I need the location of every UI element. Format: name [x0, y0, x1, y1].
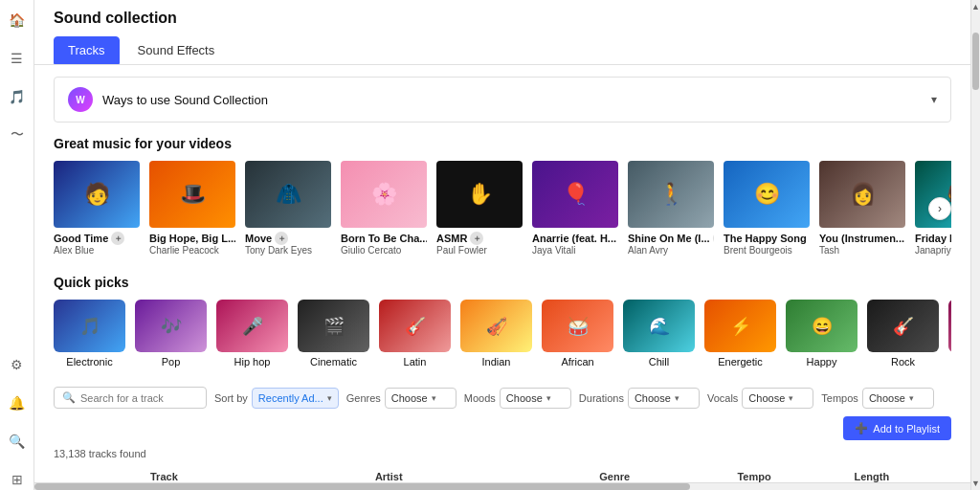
sidebar-settings-icon[interactable]: ⚙: [7, 354, 28, 375]
quick-pick-thumb: 🎬: [298, 300, 369, 352]
featured-track-thumb: 🧥: [245, 161, 331, 228]
featured-track-card[interactable]: 🎩 Big Hope, Big L... ＋ Charlie Peacock: [149, 161, 235, 256]
quick-pick-label: Indian: [460, 356, 532, 368]
quick-pick-thumb: 🎵: [948, 300, 951, 352]
vocals-select[interactable]: Choose ▾: [742, 388, 813, 409]
featured-track-name: Born To Be Cha... ＋: [341, 232, 427, 245]
moods-chevron: ▾: [546, 393, 551, 403]
quick-pick-label: Latin: [379, 356, 451, 368]
ways-banner[interactable]: W Ways to use Sound Collection ▾: [54, 77, 951, 122]
featured-track-thumb: ✋: [436, 161, 523, 228]
add-track-icon[interactable]: ＋: [470, 232, 483, 245]
moods-filter: Moods Choose ▾: [464, 388, 571, 409]
search-input[interactable]: [80, 392, 198, 404]
tempos-select[interactable]: Choose ▾: [862, 388, 934, 409]
th-track: Track: [143, 467, 368, 482]
featured-track-artist: Tony Dark Eyes: [245, 245, 331, 256]
featured-track-image: 🧥: [245, 161, 331, 228]
featured-section-title: Great music for your videos: [54, 136, 951, 151]
featured-track-name: Good Time ＋: [54, 232, 140, 245]
th-checkbox: [54, 467, 143, 482]
featured-track-name: Move ＋: [245, 232, 331, 245]
featured-track-card[interactable]: 😊 The Happy Song ＋ Brent Bourgeois: [724, 161, 810, 256]
search-icon: 🔍: [62, 391, 76, 404]
track-table: Track Artist Genre Tempo Length ⬇ ▶ i Sa…: [54, 467, 951, 482]
featured-track-artist: Alex Blue: [54, 245, 140, 256]
page-title: Sound collection: [54, 10, 951, 27]
sidebar-search-icon[interactable]: 🔍: [7, 431, 28, 452]
featured-track-card[interactable]: 🧥 Move ＋ Tony Dark Eyes: [245, 161, 331, 256]
quick-pick-label: Chill: [623, 356, 695, 368]
sidebar-home-icon[interactable]: 🏠: [7, 10, 28, 31]
scroll-down-arrow[interactable]: ▼: [971, 477, 980, 490]
featured-track-thumb: 🌸: [341, 161, 427, 228]
quick-pick-card[interactable]: ⚡ Energetic: [704, 300, 776, 368]
featured-track-artist: Alan Avry: [628, 245, 714, 256]
sidebar-music-icon[interactable]: 🎵: [7, 86, 28, 107]
quick-pick-card[interactable]: 🎵 R&B and Soul: [948, 300, 951, 368]
featured-track-image: 👩: [819, 161, 905, 228]
scrollbar-thumb: [34, 483, 690, 490]
quick-pick-label: Hip hop: [216, 356, 288, 368]
quick-picks-list: 🎵 Electronic 🎶 Pop 🎤 Hip hop 🎬 Cinematic…: [54, 300, 951, 368]
tempos-chevron: ▾: [909, 393, 914, 403]
featured-next-button[interactable]: ›: [928, 197, 951, 220]
featured-track-card[interactable]: ✋ ASMR ＋ Paul Fowler: [436, 161, 523, 256]
genres-select[interactable]: Choose ▾: [385, 388, 457, 409]
quick-pick-card[interactable]: 🎵 Electronic: [54, 300, 125, 368]
durations-select[interactable]: Choose ▾: [628, 388, 700, 409]
sidebar-bell-icon[interactable]: 🔔: [7, 392, 28, 413]
durations-filter: Durations Choose ▾: [579, 388, 700, 409]
vocals-value: Choose: [748, 392, 785, 404]
search-box[interactable]: 🔍: [54, 387, 207, 409]
quick-pick-card[interactable]: 🎬 Cinematic: [298, 300, 369, 368]
sidebar-menu-icon[interactable]: ☰: [7, 48, 28, 69]
featured-track-artist: Brent Bourgeois: [724, 245, 810, 256]
filters-row: 🔍 Sort by Recently Ad... ▾ Genres Choose…: [54, 387, 951, 440]
sort-by-select[interactable]: Recently Ad... ▾: [252, 388, 339, 409]
add-track-icon[interactable]: ＋: [111, 232, 124, 245]
sort-by-chevron: ▾: [327, 393, 332, 403]
quick-pick-thumb: 🎸: [867, 300, 939, 352]
featured-track-card[interactable]: 🎈 Anarrie (feat. H... ＋ Jaya Vitali: [532, 161, 618, 256]
quick-pick-card[interactable]: 🎻 Indian: [460, 300, 532, 368]
quick-pick-card[interactable]: 😄 Happy: [786, 300, 858, 368]
quick-pick-label: R&B and Soul: [948, 356, 951, 368]
moods-select[interactable]: Choose ▾: [500, 388, 571, 409]
quick-pick-card[interactable]: 🎤 Hip hop: [216, 300, 288, 368]
tab-tracks[interactable]: Tracks: [54, 36, 120, 64]
featured-track-artist: Giulio Cercato: [341, 245, 427, 256]
quick-pick-card[interactable]: 🥁 African: [542, 300, 613, 368]
add-track-icon[interactable]: ＋: [713, 232, 714, 245]
featured-track-name: You (Instrumen... ＋: [819, 232, 905, 245]
featured-track-card[interactable]: 🌸 Born To Be Cha... ＋ Giulio Cercato: [341, 161, 427, 256]
scroll-up-arrow[interactable]: ▲: [971, 0, 980, 13]
featured-track-card[interactable]: 👩 You (Instrumen... ＋ Tash: [819, 161, 905, 256]
quick-pick-card[interactable]: 🌊 Chill: [623, 300, 695, 368]
tab-sound-effects[interactable]: Sound Effects: [123, 36, 230, 64]
featured-track-artist: Tash: [819, 245, 905, 256]
quick-pick-card[interactable]: 🎶 Pop: [135, 300, 207, 368]
tabs-bar: Tracks Sound Effects: [54, 36, 951, 64]
header: Sound collection Tracks Sound Effects: [34, 0, 970, 65]
sidebar: 🏠 ☰ 🎵 〜 ⚙ 🔔 🔍 ⊞: [0, 0, 34, 490]
featured-track-image: 🧑: [54, 161, 140, 228]
content-area: W Ways to use Sound Collection ▾ Great m…: [34, 65, 970, 482]
quick-pick-thumb: 😄: [786, 300, 858, 352]
scroll-track: [971, 13, 980, 477]
quick-pick-card[interactable]: 🎸 Latin: [379, 300, 451, 368]
featured-track-card[interactable]: 🚶 Shine On Me (I... ＋ Alan Avry: [628, 161, 714, 256]
quick-pick-card[interactable]: 🎸 Rock: [867, 300, 939, 368]
quick-pick-thumb: ⚡: [704, 300, 776, 352]
featured-track-thumb: 🧑: [54, 161, 140, 228]
featured-track-image: 🌸: [341, 161, 427, 228]
bottom-scrollbar[interactable]: [34, 482, 970, 490]
featured-track-artist: Charlie Peacock: [149, 245, 235, 256]
featured-track-thumb: 😊: [724, 161, 810, 228]
add-track-icon[interactable]: ＋: [275, 232, 288, 245]
sidebar-grid-icon[interactable]: ⊞: [7, 469, 28, 490]
sidebar-waveform-icon[interactable]: 〜: [7, 124, 28, 145]
featured-track-card[interactable]: 🧑 Good Time ＋ Alex Blue: [54, 161, 140, 256]
add-to-playlist-button[interactable]: ➕ Add to Playlist: [843, 416, 951, 440]
quick-pick-label: Energetic: [704, 356, 776, 368]
